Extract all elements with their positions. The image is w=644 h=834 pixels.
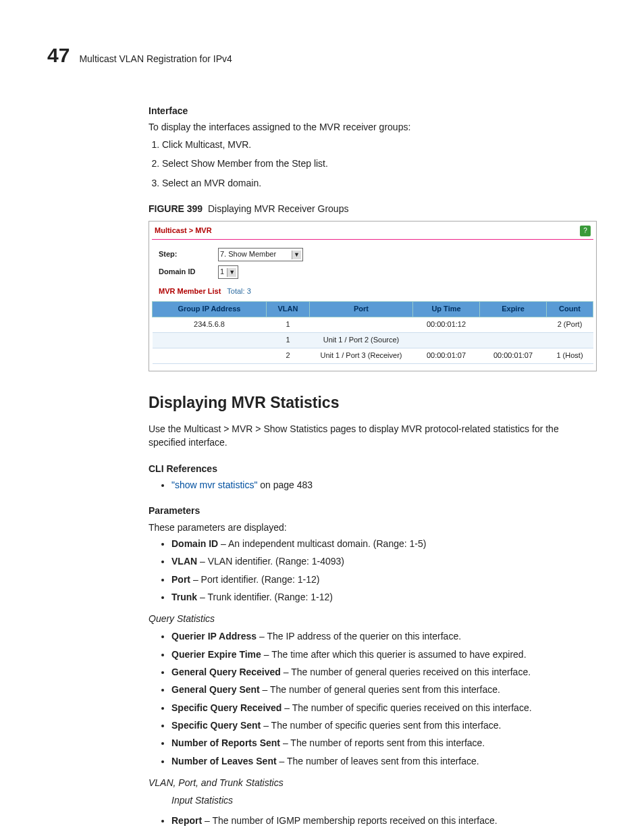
param-item: Querier IP Address – The IP address of t… — [171, 629, 597, 643]
table-row: 234.5.6.8 1 00:00:01:12 2 (Port) — [153, 317, 593, 333]
chevron-down-icon: ▼ — [292, 251, 301, 259]
divider — [152, 239, 593, 240]
domain-row: Domain ID 1 ▼ — [152, 263, 593, 281]
param-item: VLAN – VLAN identifier. (Range: 1-4093) — [171, 554, 597, 568]
param-desc: – The number of general queries received… — [281, 667, 531, 677]
param-item: Number of Reports Sent – The number of r… — [171, 736, 597, 750]
cell — [153, 348, 267, 363]
mvr-screenshot: Multicast > MVR ? Step: 7. Show Member ▼… — [149, 221, 597, 371]
cli-link[interactable]: "show mvr statistics" — [171, 479, 257, 490]
cli-item: "show mvr statistics" on page 483 — [171, 478, 597, 492]
param-desc: – The IP address of the querier on this … — [257, 631, 461, 642]
param-item: Querier Expire Time – The time after whi… — [171, 648, 597, 661]
param-item: General Query Sent – The number of gener… — [171, 683, 597, 696]
cell: 1 — [267, 332, 310, 348]
col-header: Port — [310, 302, 413, 317]
param-item: Specific Query Sent – The number of spec… — [171, 719, 597, 732]
table-row: 1 Unit 1 / Port 2 (Source) — [153, 332, 593, 348]
list-name: MVR Member List — [159, 287, 221, 295]
param-desc: – The number of reports sent from this i… — [280, 737, 485, 748]
main-content: Interface To display the interfaces assi… — [149, 104, 597, 828]
param-item: Specific Query Received – The number of … — [171, 701, 597, 714]
params-heading: Parameters — [149, 504, 597, 517]
param-desc: – The number of IGMP membership reports … — [202, 815, 498, 826]
chevron-down-icon: ▼ — [227, 268, 236, 277]
param-term: Port — [171, 574, 190, 585]
param-term: Specific Query Received — [171, 702, 281, 713]
col-header: Count — [547, 302, 593, 317]
cell: 00:00:01:07 — [413, 348, 480, 363]
cell — [480, 332, 547, 348]
figure-label: FIGURE 399 — [149, 203, 203, 214]
param-term: General Query Sent — [171, 684, 260, 695]
param-term: Specific Query Sent — [171, 720, 261, 731]
col-header: Expire — [480, 302, 547, 317]
cli-heading: CLI References — [149, 462, 597, 475]
param-term: Trunk — [171, 592, 197, 602]
domain-select[interactable]: 1 ▼ — [218, 265, 238, 279]
col-header: VLAN — [267, 302, 310, 317]
basic-params-list: Domain ID – An independent multicast dom… — [149, 537, 597, 604]
step-item: Click Multicast, MVR. — [162, 138, 597, 151]
param-item: General Query Received – The number of g… — [171, 665, 597, 679]
section-title: Displaying MVR Statistics — [149, 392, 597, 414]
page-header: 47 Multicast VLAN Registration for IPv4 — [47, 41, 597, 70]
param-item: Domain ID – An independent multicast dom… — [171, 537, 597, 550]
help-icon[interactable]: ? — [580, 226, 591, 236]
param-term: VLAN — [171, 556, 197, 567]
figure-title: Displaying MVR Receiver Groups — [208, 203, 349, 214]
param-term: Number of Leaves Sent — [171, 756, 277, 766]
step-label: Step: — [159, 249, 213, 260]
step-select-value: 7. Show Member — [220, 249, 289, 260]
param-term: Number of Reports Sent — [171, 737, 280, 748]
param-desc: – The number of specific queries receive… — [281, 702, 531, 713]
cell — [480, 317, 547, 333]
cell: Unit 1 / Port 2 (Source) — [310, 332, 413, 348]
vpt-heading: VLAN, Port, and Trunk Statistics — [149, 776, 597, 789]
param-term: General Query Received — [171, 667, 281, 677]
col-header: Group IP Address — [153, 302, 267, 317]
param-term: Querier IP Address — [171, 631, 257, 642]
table-row: 2 Unit 1 / Port 3 (Receiver) 00:00:01:07… — [153, 348, 593, 363]
query-stats-heading: Query Statistics — [149, 612, 597, 625]
domain-label: Domain ID — [159, 267, 213, 278]
param-desc: – The number of general queries sent fro… — [260, 684, 500, 695]
figure-caption: FIGURE 399 Displaying MVR Receiver Group… — [149, 202, 597, 215]
cell: 2 (Port) — [547, 317, 593, 333]
cell: 00:00:01:07 — [480, 348, 547, 363]
list-total: Total: 3 — [227, 287, 250, 295]
param-desc: – An independent multicast domain. (Rang… — [218, 538, 426, 549]
param-term: Querier Expire Time — [171, 649, 261, 660]
params-intro: These parameters are displayed: — [149, 521, 597, 534]
cell: 2 — [267, 348, 310, 363]
chapter-number: 47 — [47, 41, 70, 70]
query-params-list: Querier IP Address – The IP address of t… — [149, 629, 597, 767]
input-params-list: Report – The number of IGMP membership r… — [149, 814, 597, 827]
cell: 1 (Host) — [547, 348, 593, 363]
input-stats-heading: Input Statistics — [171, 793, 597, 807]
domain-select-value: 1 — [220, 267, 224, 278]
breadcrumb: Multicast > MVR — [155, 226, 212, 236]
param-term: Report — [171, 815, 202, 826]
cell: 234.5.6.8 — [153, 317, 267, 333]
step-select[interactable]: 7. Show Member ▼ — [218, 248, 303, 261]
cell — [413, 332, 480, 348]
param-desc: – Trunk identifier. (Range: 1-12) — [197, 592, 333, 602]
cell: Unit 1 / Port 3 (Receiver) — [310, 348, 413, 363]
param-desc: – VLAN identifier. (Range: 1-4093) — [197, 556, 344, 567]
param-item: Report – The number of IGMP membership r… — [171, 814, 597, 827]
col-header: Up Time — [413, 302, 480, 317]
cell — [310, 317, 413, 333]
cell: 00:00:01:12 — [413, 317, 480, 333]
interface-steps: Click Multicast, MVR. Select Show Member… — [149, 138, 597, 190]
cell: 1 — [267, 317, 310, 333]
param-item: Trunk – Trunk identifier. (Range: 1-12) — [171, 590, 597, 604]
stats-intro: Use the Multicast > MVR > Show Statistic… — [149, 422, 597, 450]
param-desc: – Port identifier. (Range: 1-12) — [190, 574, 319, 585]
chapter-title: Multicast VLAN Registration for IPv4 — [79, 52, 232, 66]
param-desc: – The number of leaves sent from this in… — [277, 756, 479, 766]
param-desc: – The number of specific queries sent fr… — [261, 720, 501, 731]
cell — [153, 332, 267, 348]
member-table: Group IP Address VLAN Port Up Time Expir… — [152, 301, 593, 364]
step-item: Select Show Member from the Step list. — [162, 157, 597, 170]
